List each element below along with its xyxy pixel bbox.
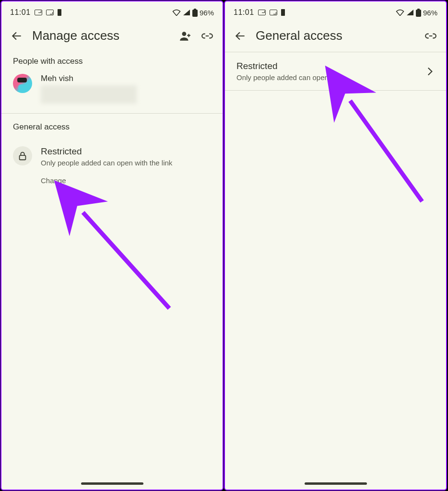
- nav-handle[interactable]: [305, 482, 367, 485]
- link-button[interactable]: [424, 29, 437, 43]
- people-with-access-heading: People with access: [1, 52, 223, 72]
- link-button[interactable]: [200, 29, 214, 43]
- svg-rect-5: [416, 10, 421, 17]
- change-link[interactable]: Change: [41, 176, 211, 185]
- battery-text: 96%: [200, 9, 214, 17]
- restricted-row-subtitle: Only people added can open: [236, 73, 423, 82]
- svg-line-4: [83, 212, 169, 308]
- general-access-heading: General access: [1, 114, 223, 138]
- add-person-button[interactable]: [178, 29, 192, 43]
- status-time: 11:01: [234, 8, 254, 17]
- battery-icon: [192, 9, 198, 17]
- restricted-title: Restricted: [41, 146, 211, 157]
- screen-manage-access: 11:01 96% Manage access People with acce…: [0, 0, 224, 491]
- screen-general-access: 11:01 96% General access Restricted Only…: [224, 0, 447, 491]
- annotation-arrow: [69, 198, 193, 325]
- battery-text: 96%: [423, 9, 437, 17]
- page-title: Manage access: [32, 28, 170, 43]
- signal-icon: [406, 9, 414, 16]
- restricted-row-title: Restricted: [236, 61, 423, 71]
- restricted-row[interactable]: Restricted Only people added can open: [225, 52, 446, 91]
- svg-rect-1: [194, 9, 196, 10]
- pip-icon: [258, 10, 266, 15]
- wifi-icon: [172, 9, 181, 16]
- svg-rect-0: [192, 10, 198, 17]
- svg-point-2: [182, 32, 187, 36]
- status-bar: 11:01 96%: [1, 1, 223, 22]
- annotation-arrow: [331, 82, 446, 218]
- lock-icon: [13, 146, 32, 165]
- svg-line-7: [350, 101, 422, 201]
- pip-icon: [35, 10, 42, 15]
- status-bar: 11:01 96%: [225, 1, 446, 22]
- back-button[interactable]: [10, 29, 24, 43]
- person-name: Meh vish: [41, 74, 137, 83]
- status-time: 11:01: [10, 8, 31, 17]
- wifi-icon: [396, 9, 404, 16]
- person-email-redacted: [41, 85, 137, 104]
- card-icon: [58, 9, 61, 16]
- back-button[interactable]: [234, 29, 247, 43]
- svg-rect-6: [417, 9, 420, 10]
- app-bar: Manage access: [1, 22, 223, 52]
- card-icon: [281, 9, 285, 16]
- person-row[interactable]: Meh vish: [1, 72, 223, 113]
- svg-rect-3: [20, 155, 26, 160]
- avatar: [13, 74, 32, 93]
- nav-handle[interactable]: [81, 482, 143, 485]
- signal-icon: [183, 9, 190, 16]
- general-access-row[interactable]: Restricted Only people added can open wi…: [1, 138, 223, 188]
- pip-icon: [270, 10, 277, 15]
- page-title: General access: [256, 28, 415, 43]
- app-bar: General access: [225, 22, 446, 52]
- battery-icon: [416, 9, 421, 17]
- restricted-subtitle: Only people added can open with the link: [41, 159, 211, 167]
- chevron-right-icon: [423, 65, 436, 78]
- pip-icon: [46, 10, 54, 15]
